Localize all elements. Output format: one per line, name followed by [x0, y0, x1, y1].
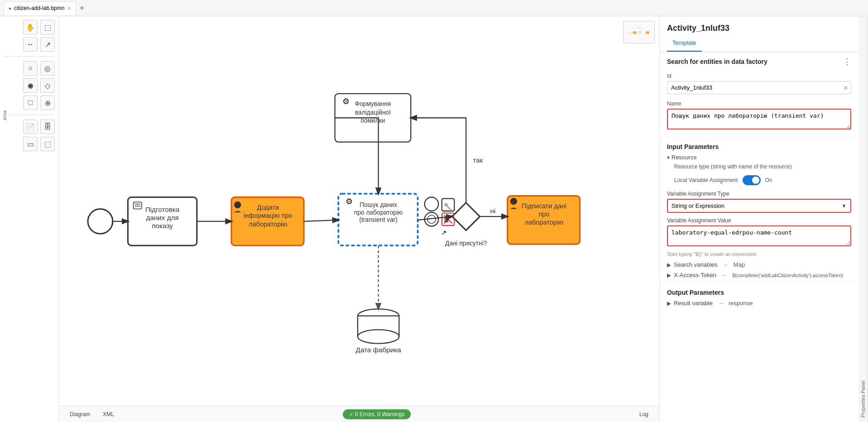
left-toolbar: аток ✋ ⬚ ↔ ↗ ○ ◎ ◉ ◇ □ ⊕: [0, 16, 59, 422]
connect-tool-button[interactable]: ↔: [23, 37, 38, 52]
search-vars-chevron-icon: ▶: [667, 262, 671, 268]
name-label: Name: [667, 101, 851, 107]
svg-point-34: [510, 198, 517, 205]
id-clear-button[interactable]: ✕: [843, 84, 849, 91]
search-vars-label: Search variables: [674, 261, 718, 268]
template-tab[interactable]: Template: [667, 35, 702, 52]
svg-text:про: про: [539, 211, 550, 218]
diagram-tab[interactable]: Diagram: [64, 409, 96, 419]
status-badge: ✓ 0 Errors, 0 Warnings: [343, 409, 411, 419]
log-button[interactable]: Log: [634, 409, 654, 419]
bpmn-diagram: Підготовка даних для показу Додати інфор…: [59, 16, 659, 406]
var-assign-type-field: Variable Assignment Type String or Expre…: [660, 189, 858, 216]
toolbar-divider-2: [4, 115, 55, 115]
resource-label: Resource: [671, 154, 697, 161]
event-filled-tool-button[interactable]: ◎: [40, 61, 55, 76]
task-tool-button[interactable]: □: [23, 96, 38, 110]
search-vars-arrow: ←: [723, 261, 729, 268]
gateway-tool-button[interactable]: ◇: [40, 78, 55, 93]
selection-tool-button[interactable]: ⬚: [40, 137, 55, 151]
result-var-arrow: →: [718, 300, 724, 307]
resource-type-label: Resource type (string with name of the r…: [674, 163, 844, 170]
end-event-tool-button[interactable]: ◉: [23, 78, 38, 93]
result-var-row[interactable]: ▶ Result variable → response: [660, 298, 858, 308]
svg-text:Формування: Формування: [355, 101, 391, 107]
id-input[interactable]: [667, 81, 851, 94]
svg-point-18: [425, 197, 438, 211]
x-access-label: X-Access-Token: [674, 272, 716, 278]
svg-text:так: так: [473, 156, 483, 164]
svg-rect-52: [628, 32, 631, 34]
svg-text:Підписати дані: Підписати дані: [522, 202, 566, 210]
more-options-icon[interactable]: ⋮: [843, 57, 851, 67]
tab-dot: ●: [9, 6, 11, 11]
doc-tool-button[interactable]: 📄: [23, 120, 38, 134]
output-params-title: Output Parameters: [660, 284, 858, 298]
x-access-value: ${completer('addLabCitizenActivity').acc…: [732, 273, 843, 278]
properties-panel-handle[interactable]: Properties Panel: [858, 16, 868, 422]
svg-text:Підготовка: Підготовка: [145, 206, 180, 213]
search-vars-value: Map: [734, 261, 745, 268]
svg-line-46: [304, 220, 338, 221]
svg-text:🔧: 🔧: [443, 202, 452, 211]
result-var-label: Result variable: [674, 300, 713, 307]
toolbar-divider-1: [4, 56, 55, 57]
select-tool-button[interactable]: ⬚: [40, 20, 55, 34]
var-assign-value-label: Variable Assignment Value: [667, 217, 851, 224]
canvas-wrapper: Підготовка даних для показу Додати інфор…: [59, 16, 659, 422]
hint-text: Start typing "${}" to create an expressi…: [660, 250, 858, 259]
svg-text:Дата фабрика: Дата фабрика: [356, 346, 402, 354]
x-access-row[interactable]: ▶ X-Access-Token ← ${completer('addLabCi…: [660, 270, 858, 280]
event-tool-button[interactable]: ○: [23, 61, 38, 76]
svg-rect-55: [646, 31, 649, 34]
output-divider: [660, 282, 858, 283]
minimap[interactable]: [623, 21, 655, 43]
svg-text:ні: ні: [490, 207, 496, 215]
new-tab-button[interactable]: +: [76, 4, 88, 12]
section-title: Search for entities in data factory: [667, 58, 767, 65]
properties-tab-bar: Template: [660, 35, 858, 52]
svg-text:показу: показу: [152, 222, 173, 230]
name-textarea[interactable]: Пошук даних про лабораторію (transient v…: [667, 109, 851, 129]
canvas-area[interactable]: Підготовка даних для показу Додати інфор…: [59, 16, 659, 406]
svg-text:валідаційної: валідаційної: [355, 109, 391, 116]
tab-close-icon[interactable]: ×: [67, 5, 71, 12]
toolbar-section-shapes: ○ ◎ ◉ ◇ □ ⊕: [0, 58, 58, 114]
svg-rect-53: [633, 32, 636, 34]
x-access-arrow: ←: [722, 272, 728, 278]
svg-point-12: [234, 201, 241, 208]
local-var-toggle[interactable]: [743, 175, 761, 185]
svg-text:⚙: ⚙: [342, 96, 350, 106]
svg-text:(transient var): (transient var): [359, 216, 398, 223]
xml-tab[interactable]: XML: [97, 409, 120, 419]
svg-rect-56: [638, 27, 642, 29]
resource-chevron-icon: ▾: [667, 154, 670, 161]
lasso-tool-button[interactable]: ↗: [40, 37, 55, 52]
svg-text:Додати: Додати: [257, 204, 279, 211]
resource-collapsible[interactable]: ▾ Resource: [660, 152, 858, 163]
var-assign-type-select-wrap: String or Expression ▼: [667, 199, 851, 213]
top-bar: ● citizen-add-lab.bpmn × +: [0, 0, 868, 16]
svg-text:Дані присутні?: Дані присутні?: [445, 240, 487, 247]
local-var-label: Local Variable Assignment: [674, 177, 738, 183]
svg-point-0: [88, 209, 113, 234]
db-tool-button[interactable]: 🗄: [40, 120, 55, 134]
bottom-tabs: Diagram XML: [64, 409, 120, 419]
name-field: Name Пошук даних про лабораторію (transi…: [660, 99, 858, 135]
search-vars-row[interactable]: ▶ Search variables ← Map: [660, 259, 858, 270]
pool-tool-button[interactable]: ▭: [23, 137, 38, 151]
svg-text:лабораторію: лабораторію: [249, 221, 287, 228]
main-area: аток ✋ ⬚ ↔ ↗ ○ ◎ ◉ ◇ □ ⊕: [0, 16, 868, 422]
toolbar-section-top: ✋ ⬚ ↔ ↗: [0, 16, 58, 55]
section-header: Search for entities in data factory ⋮: [660, 52, 858, 71]
hand-tool-button[interactable]: ✋: [23, 20, 38, 34]
bpmn-tab[interactable]: ● citizen-add-lab.bpmn ×: [4, 1, 76, 15]
subprocess-tool-button[interactable]: ⊕: [40, 96, 55, 110]
var-assign-type-select[interactable]: String or Expression: [667, 199, 851, 213]
var-assign-value-field: Variable Assignment Value laboratory-equ…: [660, 216, 858, 250]
svg-text:⚙: ⚙: [345, 197, 353, 206]
svg-text:Пошук даних: Пошук даних: [360, 201, 397, 208]
resource-type-field: Resource type (string with name of the r…: [660, 163, 858, 173]
var-assign-value-textarea[interactable]: laboratory-equal-edrpou-name-count: [667, 225, 851, 246]
section-divider: [660, 137, 858, 138]
